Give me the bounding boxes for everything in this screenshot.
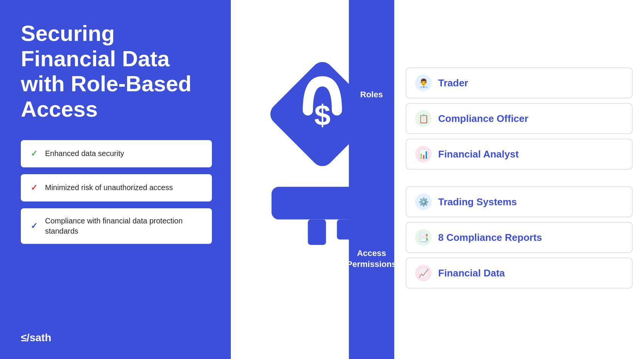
accent-bar: Roles AccessPermissions xyxy=(349,0,394,359)
permission-card-financial-data[interactable]: 📈Financial Data xyxy=(406,258,633,289)
svg-rect-1 xyxy=(308,220,326,245)
benefit-item-enhanced-security: ✓Enhanced data security xyxy=(21,140,212,167)
permission-label-financial-data: Financial Data xyxy=(438,267,505,279)
benefit-item-compliance: ✓Compliance with financial data protecti… xyxy=(21,208,212,244)
role-label-compliance-officer: Compliance Officer xyxy=(438,113,528,125)
benefit-text-enhanced-security: Enhanced data security xyxy=(45,148,124,159)
benefit-text-minimized-risk: Minimized risk of unauthorized access xyxy=(45,183,173,193)
role-icon-financial-analyst: 📊 xyxy=(415,145,432,163)
svg-text:📈: 📈 xyxy=(418,268,429,278)
permission-card-compliance-reports[interactable]: 📑8 Compliance Reports xyxy=(406,222,633,253)
key-graphic: $ xyxy=(250,34,349,325)
svg-rect-0 xyxy=(272,187,349,219)
cards-area: 👨‍💼Trader📋Compliance Officer📊Financial A… xyxy=(394,0,644,359)
right-panel: Roles AccessPermissions 👨‍💼Trader📋Compli… xyxy=(349,0,644,359)
svg-rect-4 xyxy=(266,58,349,171)
roles-bar-label: Roles xyxy=(360,89,383,100)
role-icon-trader: 👨‍💼 xyxy=(415,74,432,92)
svg-text:👨‍💼: 👨‍💼 xyxy=(418,78,429,88)
role-card-financial-analyst[interactable]: 📊Financial Analyst xyxy=(406,139,633,170)
svg-text:📋: 📋 xyxy=(418,114,429,124)
svg-text:$: $ xyxy=(314,98,331,131)
svg-text:⚙️: ⚙️ xyxy=(418,197,429,207)
permission-label-compliance-reports: 8 Compliance Reports xyxy=(438,232,542,243)
benefit-text-compliance: Compliance with financial data protectio… xyxy=(45,216,204,236)
role-label-trader: Trader xyxy=(438,77,468,89)
role-label-financial-analyst: Financial Analyst xyxy=(438,148,519,160)
left-panel: Securing Financial Data with Role-Based … xyxy=(0,0,231,359)
check-icon-compliance: ✓ xyxy=(29,221,39,231)
benefit-item-minimized-risk: ✓Minimized risk of unauthorized access xyxy=(21,174,212,201)
logo: ≤/sath xyxy=(21,332,212,344)
permission-icon-compliance-reports: 📑 xyxy=(415,229,432,246)
role-card-trader[interactable]: 👨‍💼Trader xyxy=(406,67,633,98)
permission-icon-financial-data: 📈 xyxy=(415,264,432,282)
center-panel: $ xyxy=(231,0,349,359)
main-title: Securing Financial Data with Role-Based … xyxy=(21,21,212,122)
permissions-section: ⚙️Trading Systems📑8 Compliance Reports📈F… xyxy=(406,186,633,289)
svg-text:📑: 📑 xyxy=(418,233,429,243)
role-card-compliance-officer[interactable]: 📋Compliance Officer xyxy=(406,103,633,134)
logo-symbol: ≤/sath xyxy=(21,332,51,344)
check-icon-minimized-risk: ✓ xyxy=(29,183,39,193)
svg-text:📊: 📊 xyxy=(418,149,429,159)
role-icon-compliance-officer: 📋 xyxy=(415,110,432,127)
permission-icon-trading-systems: ⚙️ xyxy=(415,193,432,211)
access-bar-label: AccessPermissions xyxy=(347,248,397,270)
roles-section: 👨‍💼Trader📋Compliance Officer📊Financial A… xyxy=(406,67,633,170)
benefit-list: ✓Enhanced data security✓Minimized risk o… xyxy=(21,140,212,244)
permission-label-trading-systems: Trading Systems xyxy=(438,196,517,208)
permission-card-trading-systems[interactable]: ⚙️Trading Systems xyxy=(406,186,633,217)
svg-rect-2 xyxy=(337,220,349,240)
check-icon-enhanced-security: ✓ xyxy=(29,149,39,159)
